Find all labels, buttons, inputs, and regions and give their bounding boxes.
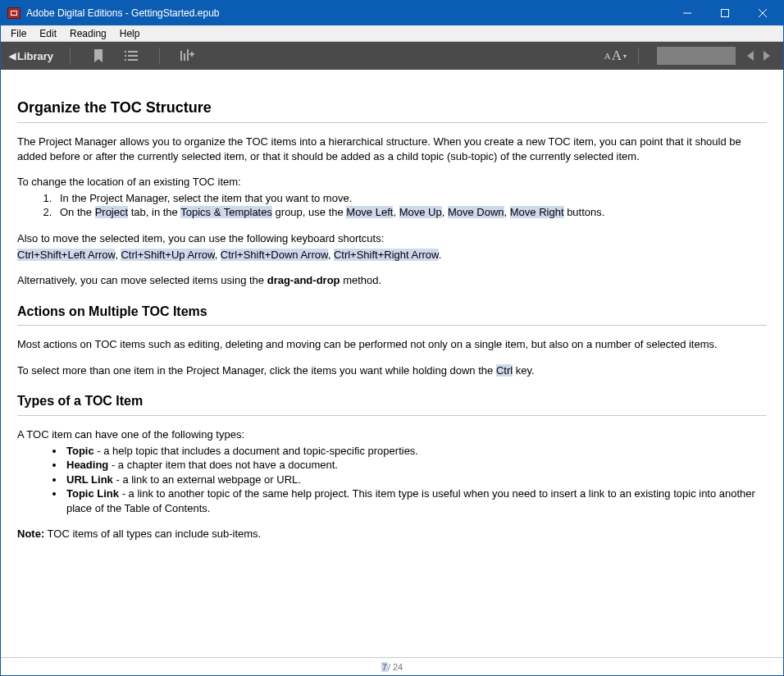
paragraph: To select more than one item in the Proj… bbox=[17, 363, 767, 378]
menubar: File Edit Reading Help bbox=[1, 25, 783, 42]
library-button[interactable]: ◀ Library bbox=[9, 50, 58, 62]
ui-ref: Move Right bbox=[510, 206, 564, 218]
titlebar[interactable]: Adobe Digital Editions - GettingStarted.… bbox=[1, 1, 783, 25]
list-item: URL Link - a link to an external webpage… bbox=[65, 473, 767, 487]
font-large-icon: A bbox=[612, 48, 622, 64]
close-button[interactable] bbox=[744, 1, 782, 25]
svg-rect-1 bbox=[722, 10, 729, 17]
minimize-button[interactable] bbox=[668, 1, 706, 25]
paragraph: Note: TOC items of all types can include… bbox=[17, 527, 767, 541]
svg-rect-5 bbox=[128, 51, 138, 53]
ui-ref: Project bbox=[95, 206, 128, 218]
paragraph: The Project Manager allows you to organi… bbox=[17, 135, 767, 163]
list-item: Topic Link - a link to another topic of … bbox=[65, 486, 767, 515]
paragraph: To change the location of an existing TO… bbox=[17, 175, 767, 190]
reading-pane[interactable]: Organize the TOC Structure The Project M… bbox=[1, 70, 783, 657]
prev-page-arrow[interactable] bbox=[742, 48, 759, 64]
separator bbox=[159, 48, 160, 64]
paragraph: Ctrl+Shift+Left Arrow, Ctrl+Shift+Up Arr… bbox=[17, 248, 767, 263]
bookmark-icon[interactable] bbox=[90, 48, 107, 64]
svg-rect-10 bbox=[180, 51, 182, 61]
svg-rect-8 bbox=[125, 59, 126, 61]
svg-rect-11 bbox=[184, 53, 185, 61]
divider bbox=[17, 325, 767, 326]
kbd: Ctrl bbox=[496, 364, 513, 377]
paragraph: A TOC item can have one of the following… bbox=[17, 427, 767, 442]
ui-ref: Move Down bbox=[448, 206, 504, 218]
current-page: 7 bbox=[381, 662, 388, 672]
svg-rect-12 bbox=[187, 49, 189, 61]
list-item: In the Project Manager, select the item … bbox=[55, 191, 767, 206]
toc-list-icon[interactable] bbox=[123, 48, 139, 64]
svg-rect-9 bbox=[128, 59, 138, 61]
divider bbox=[17, 415, 767, 416]
window-title: Adobe Digital Editions - GettingStarted.… bbox=[26, 7, 668, 19]
bullet-list: Topic - a help topic that includes a doc… bbox=[17, 444, 767, 516]
next-page-arrow[interactable] bbox=[759, 48, 775, 64]
kbd: Ctrl+Shift+Up Arrow bbox=[121, 249, 214, 261]
paragraph: Most actions on TOC items such as editin… bbox=[17, 337, 767, 352]
kbd: Ctrl+Shift+Right Arrow bbox=[334, 249, 439, 261]
svg-rect-14 bbox=[189, 53, 194, 55]
list-item: Heading - a chapter item that does not h… bbox=[65, 458, 767, 473]
svg-rect-6 bbox=[125, 55, 126, 57]
page-search-input[interactable] bbox=[657, 47, 736, 65]
svg-rect-7 bbox=[128, 55, 138, 57]
ordered-list: In the Project Manager, select the item … bbox=[17, 191, 767, 220]
paragraph: Alternatively, you can move selected ite… bbox=[17, 273, 767, 288]
toolbar: ◀ Library A A ▾ bbox=[1, 42, 783, 70]
kbd: Ctrl+Shift+Left Arrow bbox=[17, 249, 115, 261]
heading-actions: Actions on Multiple TOC Items bbox=[17, 303, 767, 321]
ui-ref: Move Left bbox=[346, 206, 393, 218]
dropdown-caret-icon: ▾ bbox=[623, 53, 627, 60]
list-item: Topic - a help topic that includes a doc… bbox=[65, 444, 767, 459]
menu-help[interactable]: Help bbox=[113, 27, 147, 40]
divider bbox=[17, 122, 767, 123]
ui-ref: Move Up bbox=[399, 206, 442, 218]
library-label: Library bbox=[17, 50, 53, 62]
list-item: On the Project tab, in the Topics & Temp… bbox=[55, 205, 767, 220]
separator bbox=[70, 48, 71, 64]
paragraph: Also to move the selected item, you can … bbox=[17, 231, 767, 246]
kbd: Ctrl+Shift+Down Arrow bbox=[221, 249, 328, 261]
status-bar: 7 / 24 bbox=[1, 657, 783, 675]
svg-rect-4 bbox=[125, 51, 126, 53]
menu-reading[interactable]: Reading bbox=[63, 27, 113, 40]
font-small-icon: A bbox=[604, 51, 611, 61]
separator bbox=[638, 48, 639, 64]
maximize-button[interactable] bbox=[706, 1, 744, 25]
app-icon bbox=[7, 7, 21, 19]
menu-edit[interactable]: Edit bbox=[33, 27, 63, 40]
page-total: / 24 bbox=[388, 662, 403, 672]
heading-types: Types of a TOC Item bbox=[17, 392, 767, 410]
menu-file[interactable]: File bbox=[4, 27, 33, 40]
back-arrow-icon: ◀ bbox=[9, 51, 16, 62]
ui-ref: Topics & Templates bbox=[180, 206, 272, 218]
add-bookmark-icon[interactable] bbox=[180, 48, 196, 64]
font-size-button[interactable]: A A ▾ bbox=[604, 48, 627, 64]
heading-organize: Organize the TOC Structure bbox=[17, 98, 767, 117]
